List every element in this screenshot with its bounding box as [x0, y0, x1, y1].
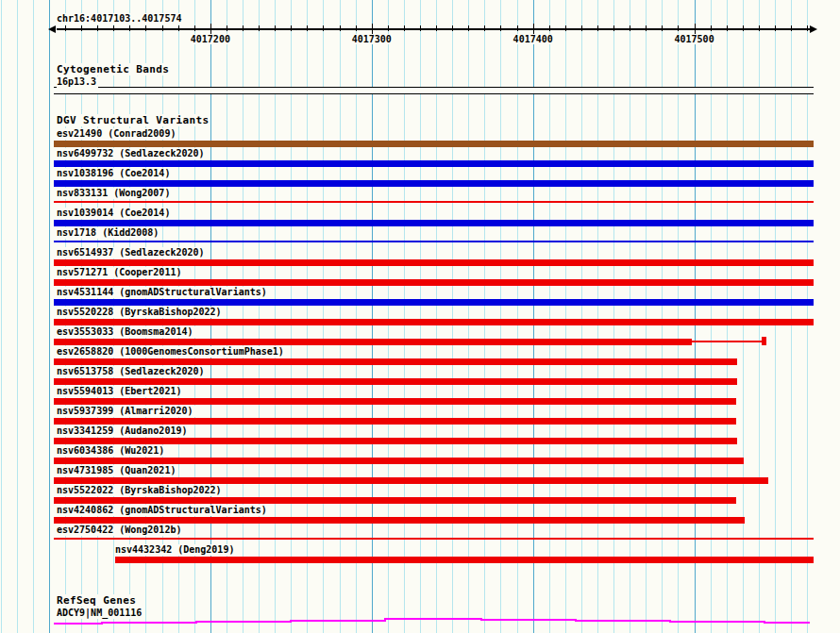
ruler-tick-label: 4017400	[513, 34, 553, 44]
variant-label: nsv4531144 (gnomADStructuralVariants)	[57, 287, 269, 298]
genome-browser-view: chr16:4017103..4017574 40172004017300401…	[0, 0, 840, 633]
variant-label: nsv6513758 (Sedlazeck2020)	[57, 366, 207, 377]
variant-label: nsv1039014 (Coe2014)	[57, 208, 172, 219]
ruler-tick-label: 4017500	[675, 34, 714, 44]
variant-label: nsv6034386 (Wu2021)	[57, 445, 166, 457]
variant-label: nsv6514937 (Sedlazeck2020)	[57, 247, 207, 258]
gene-name-label: ADCY9|NM_001116	[57, 608, 143, 619]
variant-label: nsv5520228 (ByrskaBishop2022)	[57, 307, 224, 318]
variant-label: nsv5937399 (Almarri2020)	[57, 406, 195, 417]
section-title-cytogenetic-bands: Cytogenetic Bands	[57, 63, 169, 75]
variant-label: nsv5594013 (Ebert2021)	[57, 386, 183, 397]
section-title-refseq-genes: RefSeq Genes	[57, 594, 136, 607]
variant-label: esv2750422 (Wong2012b)	[57, 525, 183, 536]
variant-label: nsv4731985 (Quan2021)	[57, 465, 177, 476]
variant-label: nsv5522022 (ByrskaBishop2022)	[57, 485, 224, 496]
variant-label: nsv1038196 (Coe2014)	[57, 168, 172, 179]
cytoband-name: 16p13.3	[57, 76, 98, 88]
variant-label: nsv571271 (Cooper2011)	[57, 267, 183, 278]
variant-label: nsv4432342 (Deng2019)	[115, 544, 236, 556]
variant-label: nsv833131 (Wong2007)	[57, 188, 172, 199]
variant-label: nsv4240862 (gnomADStructuralVariants)	[57, 505, 269, 516]
variant-label: nsv6499732 (Sedlazeck2020)	[57, 148, 207, 159]
variant-label: nsv3341259 (Audano2019)	[57, 425, 189, 437]
variant-label: nsv1718 (Kidd2008)	[57, 227, 160, 239]
region-label: chr16:4017103..4017574	[57, 13, 183, 25]
section-title-dgv-structural-variants: DGV Structural Variants	[57, 114, 210, 126]
variant-label: esv2658820 (1000GenomesConsortiumPhase1)	[57, 346, 286, 358]
variant-label: esv3553033 (Boomsma2014)	[57, 326, 195, 338]
variant-label: esv21490 (Conrad2009)	[57, 128, 177, 140]
ruler-tick-label: 4017300	[352, 34, 392, 44]
ruler-tick-label: 4017200	[191, 34, 230, 44]
